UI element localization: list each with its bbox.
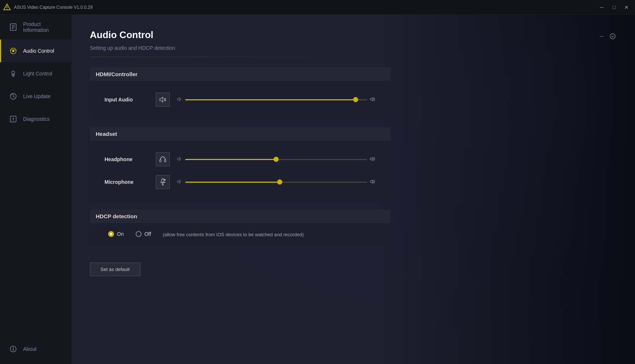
header-divider [90,57,390,57]
close-button[interactable]: ✕ [621,3,632,12]
svg-point-2 [7,8,7,9]
hdcp-off-option[interactable]: Off [136,231,151,237]
headphone-vol-high-icon [370,157,376,162]
sidebar-item-about[interactable]: About [0,338,71,360]
hdcp-on-radio[interactable] [108,231,114,237]
light-control-label: Light Control [23,71,52,77]
svg-rect-26 [165,160,166,162]
headset-section-body: Headphone [90,141,390,201]
svg-marker-28 [370,157,372,161]
svg-rect-25 [160,160,161,162]
microphone-vol-low-icon [177,179,182,185]
app-title: ASUS Video Capture Console V1.0.0.29 [14,5,93,10]
audio-control-icon [8,46,18,56]
input-audio-vol-high-icon [370,97,376,103]
sidebar-item-product-information[interactable]: Product Information [0,15,71,40]
microphone-vol-high-icon [370,179,376,185]
input-audio-slider[interactable] [185,99,367,100]
headphone-slider-container [177,157,376,162]
main-content: Audio Control ─ Setting up audio and HDC… [71,15,635,364]
diagnostics-icon [8,114,18,124]
svg-point-18 [13,348,14,348]
svg-marker-24 [370,97,372,101]
title-bar: ASUS Video Capture Console V1.0.0.29 ─ □… [0,0,635,15]
hdcp-section-header: HDCP detection [90,209,390,223]
input-audio-mute-icon[interactable] [156,93,170,107]
svg-point-15 [13,120,14,121]
input-audio-label: Input Audio [104,97,148,103]
app-logo [3,3,11,11]
diagnostics-label: Diagnostics [23,116,49,122]
audio-control-label: Audio Control [23,48,54,54]
headphone-icon[interactable] [156,152,170,166]
svg-point-9 [12,71,15,74]
microphone-slider[interactable] [185,182,367,183]
microphone-row: Microphone [96,171,385,193]
microphone-slider-container [177,179,376,185]
about-label: About [23,346,37,352]
live-update-icon [8,92,18,101]
headset-section-header: Headset [90,127,390,141]
product-information-label: Product Information [23,21,64,33]
sidebar-item-audio-control[interactable]: Audio Control [0,40,71,62]
svg-point-19 [610,34,615,39]
page-subtitle: Setting up audio and HDCP detection [90,45,617,51]
minimize-panel-button[interactable]: ─ [598,32,606,40]
input-audio-vol-low-icon [177,97,182,103]
hdcp-off-radio[interactable] [136,231,142,237]
sidebar-item-live-update[interactable]: Live Update [0,85,71,108]
maximize-button[interactable]: □ [609,3,620,12]
input-audio-slider-container [177,97,376,103]
sidebar-item-light-control[interactable]: Light Control [0,62,71,85]
content-inner: Audio Control ─ Setting up audio and HDC… [71,15,635,291]
live-update-label: Live Update [23,93,51,99]
svg-marker-20 [160,97,163,102]
hdcp-on-option[interactable]: On [108,231,124,237]
page-title: Audio Control [90,29,153,41]
svg-point-8 [12,50,14,52]
app-body: Product Information Audio Control [0,15,635,364]
expand-panel-button[interactable] [609,32,617,40]
hdcp-off-label: Off [144,231,151,237]
product-information-icon [8,22,18,32]
headphone-row: Headphone [96,148,385,171]
headphone-vol-low-icon [177,157,182,162]
minimize-button[interactable]: ─ [596,3,607,12]
svg-marker-35 [370,180,372,183]
hdcp-on-label: On [117,231,124,237]
hdmi-section: HDMI/Controller Input Audio [90,67,390,118]
about-icon [8,344,18,354]
headphone-slider[interactable] [185,159,367,160]
sidebar-item-diagnostics[interactable]: Diagnostics [0,108,71,130]
microphone-label: Microphone [104,179,148,185]
hdmi-section-body: Input Audio [90,81,390,118]
input-audio-row: Input Audio [96,88,385,111]
svg-marker-34 [177,180,180,183]
svg-rect-29 [162,179,164,182]
sidebar: Product Information Audio Control [0,15,71,364]
svg-marker-27 [177,157,180,161]
title-bar-left: ASUS Video Capture Console V1.0.0.29 [3,3,93,11]
hdcp-section: HDCP detection On Off [90,209,390,246]
page-title-controls: ─ [598,32,617,40]
hdcp-description: (allow free contents from iOS devices to… [163,231,304,238]
svg-marker-23 [177,97,180,101]
title-bar-controls: ─ □ ✕ [596,3,632,12]
headphone-label: Headphone [104,156,148,162]
page-title-row: Audio Control ─ [90,29,617,43]
light-control-icon [8,69,18,78]
hdcp-options: On Off (allow free contents from iOS dev… [108,231,372,238]
hdcp-section-body: On Off (allow free contents from iOS dev… [90,223,390,246]
headset-section: Headset Headphone [90,127,390,201]
page-header: Audio Control ─ Setting up audio and HDC… [90,29,617,57]
hdmi-section-header: HDMI/Controller [90,67,390,81]
set-as-default-button[interactable]: Set as default [90,263,140,276]
microphone-icon[interactable] [156,175,170,189]
